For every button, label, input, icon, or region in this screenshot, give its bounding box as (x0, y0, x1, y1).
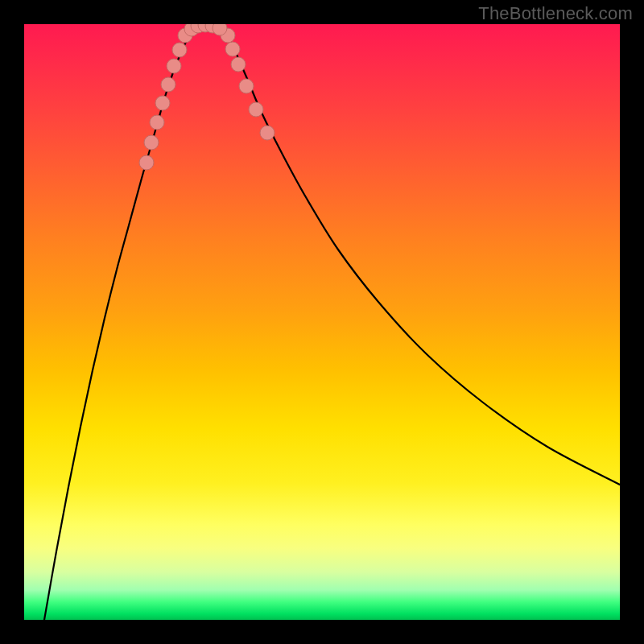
watermark-text: TheBottleneck.com (478, 3, 633, 24)
marker-markers-left-3 (155, 96, 170, 110)
marker-markers-right-5 (260, 126, 275, 140)
outer-frame: TheBottleneck.com (0, 0, 644, 644)
marker-markers-right-2 (231, 57, 246, 72)
chart-svg (24, 24, 620, 620)
marker-markers-left-6 (172, 43, 187, 57)
curve-right-branch (224, 28, 620, 485)
marker-markers-left-4 (161, 77, 175, 92)
marker-markers-right-4 (249, 102, 263, 117)
marker-markers-bottom-4 (213, 24, 227, 35)
marker-markers-right-3 (239, 79, 254, 93)
marker-markers-left-1 (144, 135, 159, 150)
curves-group (44, 25, 620, 620)
plot-area (24, 24, 620, 620)
marker-markers-left-0 (139, 155, 154, 170)
marker-markers-left-5 (167, 59, 181, 73)
marker-markers-right-1 (225, 42, 240, 56)
marker-markers-left-2 (150, 115, 164, 130)
curve-left-branch (44, 28, 193, 620)
